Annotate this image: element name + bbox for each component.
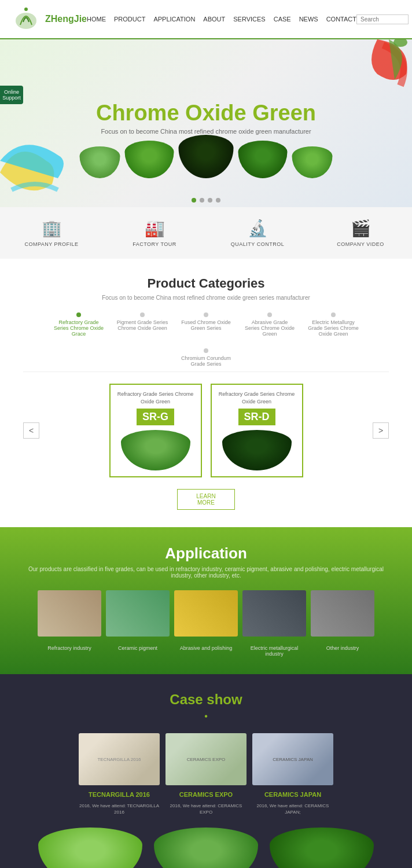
hero-dots — [192, 198, 220, 203]
hero-dot-3[interactable] — [208, 198, 212, 203]
hero-product-5 — [292, 146, 333, 178]
nav-application[interactable]: APPLICATION — [153, 16, 195, 23]
hero-products — [80, 146, 333, 178]
cat-tab-dot-6 — [204, 348, 208, 353]
app-label-1: Refractory industry — [38, 645, 101, 657]
feature-label-3: QUALITY CONTROL — [206, 241, 309, 247]
feature-company-video[interactable]: 🎬 COMPANY VIDEO — [309, 219, 412, 247]
product-pile-1 — [121, 430, 190, 470]
logo-area: ZHengJie — [12, 5, 87, 34]
features-section: 🏢 COMPANY PROFILE 🏭 FACTORY TOUR 🔬 QUALI… — [0, 207, 412, 259]
product-categories-section: Product Categories Focus on to become Ch… — [0, 259, 412, 527]
logo-icon — [12, 5, 41, 34]
carousel-prev[interactable]: < — [23, 422, 39, 439]
feature-label-1: COMPANY PROFILE — [0, 241, 103, 247]
app-img-ceramic — [106, 590, 170, 637]
feature-label-4: COMPANY VIDEO — [309, 241, 412, 247]
case-img-3-label: CERAMICS JAPAN — [252, 733, 333, 785]
case-img-1[interactable]: TECNARGILLA 2016 — [79, 733, 160, 785]
case-desc-3: 2016, We have attend: CERAMICS JAPAN; — [252, 803, 333, 815]
hero-subtitle: Focus on to become China most refined ch… — [101, 128, 311, 135]
carousel-next[interactable]: > — [373, 422, 389, 439]
case-product-2 — [154, 827, 258, 868]
paint-splash-right — [331, 39, 412, 97]
nav-case[interactable]: CASE — [274, 16, 291, 23]
feature-quality-control[interactable]: 🔬 QUALITY CONTROL — [206, 219, 309, 247]
case-img-2-label: CERAMICS EXPO — [165, 733, 247, 785]
cat-tab-abrasive[interactable]: Abrasive Grade Series Chrome Oxide Green — [244, 312, 296, 337]
case-img-2[interactable]: CERAMICS EXPO — [165, 733, 247, 785]
case-name-2: CERAMICS EXPO — [165, 791, 247, 798]
factory-tour-icon: 🏭 — [103, 219, 206, 238]
feature-label-2: FACTORY TOUR — [103, 241, 206, 247]
cat-tab-fused[interactable]: Fused Chrome Oxide Green Series — [180, 312, 232, 337]
case-desc-2: 2016, We have attend: CERAMICS EXPO — [165, 803, 247, 815]
online-support[interactable]: OnlineSupport — [0, 86, 23, 104]
nav-about[interactable]: ABOUT — [203, 16, 225, 23]
case-show-dot: • — [23, 711, 389, 722]
app-label-5: Other industry — [311, 645, 374, 657]
application-labels: Refractory industry Ceramic pigment Abra… — [23, 645, 389, 657]
nav-contact[interactable]: CONTACT — [326, 16, 356, 23]
application-images — [23, 590, 389, 637]
nav-product[interactable]: PRODUCT — [114, 16, 145, 23]
product-pile-2 — [222, 430, 292, 470]
case-names: TECNARGILLA 2016 CERAMICS EXPO CERAMICS … — [23, 791, 389, 798]
app-label-2: Ceramic pigment — [106, 645, 170, 657]
cat-tab-dot-5 — [331, 312, 336, 317]
cat-tab-dot-2 — [140, 312, 145, 317]
case-name-1: TECNARGILLA 2016 — [79, 791, 160, 798]
case-products — [23, 827, 389, 868]
product-card-code-2: SR-D — [238, 409, 275, 425]
app-img-refractory — [38, 590, 101, 637]
app-img-metallugy — [242, 590, 306, 637]
cat-tab-electric[interactable]: Electric Metallurgy Grade Series Chrome … — [307, 312, 359, 337]
product-categories-title: Product Categories — [23, 276, 389, 291]
product-cards: Refractory Grade Series Chrome Oxide Gre… — [45, 384, 367, 477]
case-img-1-label: TECNARGILLA 2016 — [79, 733, 160, 785]
nav-services[interactable]: SERVICES — [233, 16, 265, 23]
nav-home[interactable]: HOME — [87, 16, 106, 23]
cat-tab-dot-1 — [76, 312, 81, 317]
hero-dot-4[interactable] — [216, 198, 220, 203]
product-card-1: Refractory Grade Series Chrome Oxide Gre… — [109, 384, 202, 477]
application-title: Application — [23, 545, 389, 562]
hero-dot-2[interactable] — [200, 198, 204, 203]
company-profile-icon: 🏢 — [0, 219, 103, 238]
cat-tab-dot-4 — [267, 312, 272, 317]
svg-point-0 — [16, 13, 36, 29]
case-images: TECNARGILLA 2016 CERAMICS EXPO CERAMICS … — [23, 733, 389, 785]
product-card-2: Refractory Grade Series Chrome Oxide Gre… — [211, 384, 303, 477]
application-section: Application Our products are classified … — [0, 527, 412, 674]
company-video-icon: 🎬 — [309, 219, 412, 238]
hero-product-3 — [179, 135, 234, 178]
quality-control-icon: 🔬 — [206, 219, 309, 238]
product-card-code-1: SR-G — [137, 409, 174, 425]
hero-section: OnlineSupport Chrome Oxide Green Focus o… — [0, 39, 412, 207]
case-product-1 — [38, 827, 142, 868]
hero-dot-1[interactable] — [192, 198, 196, 203]
search-input[interactable] — [356, 14, 409, 24]
learn-more-button[interactable]: LEARN MORE — [177, 489, 235, 510]
feature-factory-tour[interactable]: 🏭 FACTORY TOUR — [103, 219, 206, 247]
case-show-title: Case show — [23, 692, 389, 708]
product-categories-subtitle: Focus on to become China most refined ch… — [23, 295, 389, 301]
application-subtitle: Our products are classified in five grad… — [23, 566, 389, 579]
app-label-3: Abrasive and polishing — [174, 645, 238, 657]
case-show-section: Case show • TECNARGILLA 2016 CERAMICS EX… — [0, 674, 412, 868]
nav-news[interactable]: NEWS — [299, 16, 318, 23]
nav: HOME PRODUCT APPLICATION ABOUT SERVICES … — [87, 16, 356, 23]
svg-point-1 — [24, 8, 28, 11]
hero-product-1 — [80, 146, 120, 178]
cat-tab-refractory[interactable]: Refractory Grade Series Chrome Oxide Gra… — [53, 312, 105, 337]
feature-company-profile[interactable]: 🏢 COMPANY PROFILE — [0, 219, 103, 247]
case-product-3 — [270, 827, 374, 868]
app-img-other — [311, 590, 374, 637]
header: ZHengJie HOME PRODUCT APPLICATION ABOUT … — [0, 0, 412, 39]
product-card-title-1: Refractory Grade Series Chrome Oxide Gre… — [116, 391, 195, 405]
app-label-4: Electric metallurgical industry — [242, 645, 306, 657]
cat-tab-pigment[interactable]: Pigment Grade Series Chrome Oxide Green — [116, 312, 168, 337]
case-img-3[interactable]: CERAMICS JAPAN — [252, 733, 333, 785]
cat-tab-chromium[interactable]: Chromium Corundum Grade Series — [180, 348, 232, 367]
hero-product-4 — [238, 141, 288, 178]
